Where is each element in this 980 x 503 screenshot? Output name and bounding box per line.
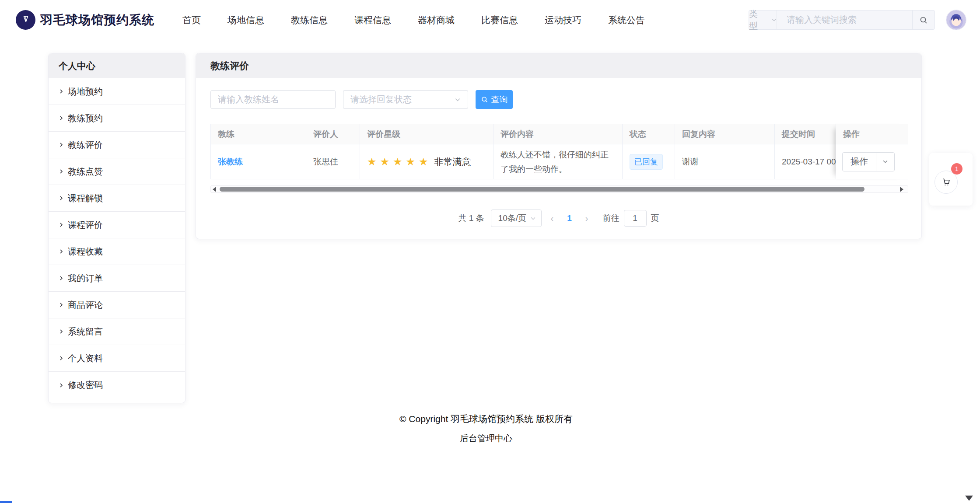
search-icon	[481, 96, 488, 103]
prev-page-button[interactable]: ‹	[548, 213, 556, 224]
reply-status-select[interactable]: 请选择回复状态	[343, 90, 468, 109]
sidebar-item-label: 教练评价	[68, 139, 103, 151]
reply-status-placeholder: 请选择回复状态	[350, 94, 412, 105]
goto-page-input[interactable]	[624, 210, 647, 227]
page-size-label: 10条/页	[498, 213, 526, 224]
shuttlecock-logo-icon	[16, 10, 35, 30]
page-unit-label: 页	[651, 213, 659, 224]
coach-name-input[interactable]	[210, 90, 336, 109]
sidebar-item-coach-likes[interactable]: 教练点赞	[49, 158, 185, 185]
chevron-right-icon	[59, 329, 64, 334]
sidebar-item-label: 教练点赞	[68, 166, 103, 178]
chevron-right-icon	[59, 142, 64, 147]
sidebar-item-change-password[interactable]: 修改密码	[49, 372, 185, 398]
chevron-down-icon	[530, 216, 536, 221]
goto-label: 前往	[603, 213, 620, 224]
copyright-text: © Copyright 羽毛球场馆预约系统 版权所有	[0, 413, 972, 425]
nav-item-course-info[interactable]: 课程信息	[354, 14, 391, 26]
total-count: 共 1 条	[458, 213, 484, 224]
navbar: 羽毛球场馆预约系统 首页 场地信息 教练信息 课程信息 器材商城 比赛信息 运动…	[0, 0, 980, 40]
nav-item-system-announcements[interactable]: 系统公告	[608, 14, 645, 26]
sidebar-item-coach-review[interactable]: 教练评价	[49, 132, 185, 158]
col-coach: 教练	[211, 124, 306, 144]
nav-item-venue-info[interactable]: 场地信息	[228, 14, 264, 26]
sidebar-item-label: 系统留言	[68, 326, 103, 338]
goto-page: 前往 页	[603, 210, 659, 227]
sidebar-title: 个人中心	[49, 53, 185, 78]
query-button[interactable]: 查询	[476, 90, 513, 109]
sidebar-item-course-favorites[interactable]: 课程收藏	[49, 238, 185, 265]
status-badge: 已回复	[630, 154, 663, 170]
query-button-label: 查询	[491, 94, 508, 105]
reviewer-cell: 张思佳	[306, 144, 360, 179]
col-reviewer: 评价人	[306, 124, 360, 144]
chevron-right-icon	[59, 115, 64, 121]
sidebar-item-label: 教练预约	[68, 112, 103, 124]
scrollbar-thumb[interactable]	[220, 187, 864, 192]
col-rating: 评价星级	[360, 124, 494, 144]
user-avatar[interactable]	[946, 10, 966, 30]
coach-link[interactable]: 张教练	[218, 156, 243, 168]
filter-bar: 请选择回复状态 查询	[210, 90, 907, 109]
col-action: 操作	[836, 124, 908, 144]
scroll-left-arrow[interactable]	[213, 187, 216, 192]
page-title: 教练评价	[196, 53, 921, 78]
chevron-right-icon	[59, 249, 64, 254]
rating-text: 非常满意	[434, 156, 471, 168]
nav-item-sports-tips[interactable]: 运动技巧	[545, 14, 581, 26]
navbar-right: 类型	[749, 10, 966, 30]
sidebar-item-label: 我的订单	[68, 272, 103, 284]
action-dropdown-button[interactable]: 操作	[842, 152, 895, 171]
next-page-button[interactable]: ›	[583, 213, 591, 224]
table-horizontal-scrollbar	[210, 185, 908, 193]
review-content-cell: 教练人还不错，很仔细的纠正了我的一些动作。	[494, 144, 623, 179]
chevron-right-icon	[59, 222, 64, 227]
sidebar-item-label: 场地预约	[68, 86, 103, 98]
sidebar-item-label: 修改密码	[68, 379, 103, 391]
sidebar-item-system-messages[interactable]: 系统留言	[49, 318, 185, 345]
review-table: 教练 评价人 评价星级 评价内容 状态 回复内容 提交时间 张教练 张思佳 ★★…	[210, 124, 908, 193]
current-page[interactable]: 1	[563, 213, 576, 223]
sidebar-item-label: 个人资料	[68, 353, 103, 364]
app-title: 羽毛球场馆预约系统	[40, 12, 154, 28]
sidebar-item-profile[interactable]: 个人资料	[49, 345, 185, 372]
page-size-select[interactable]: 10条/页	[491, 210, 542, 227]
chevron-down-icon	[455, 97, 461, 103]
main-nav: 首页 场地信息 教练信息 课程信息 器材商城 比赛信息 运动技巧 系统公告	[182, 14, 645, 26]
sidebar-item-label: 课程收藏	[68, 246, 103, 258]
sidebar-item-venue-booking[interactable]: 场地预约	[49, 78, 185, 105]
reply-cell: 谢谢	[675, 144, 775, 179]
sidebar-item-course-review[interactable]: 课程评价	[49, 212, 185, 238]
scroll-right-arrow[interactable]	[900, 187, 903, 192]
nav-item-home[interactable]: 首页	[182, 14, 201, 26]
chevron-right-icon	[59, 356, 64, 361]
sidebar-item-course-unlock[interactable]: 课程解锁	[49, 185, 185, 212]
search-type-select[interactable]: 类型	[749, 10, 777, 29]
nav-item-coach-info[interactable]: 教练信息	[291, 14, 328, 26]
chevron-right-icon	[59, 196, 64, 201]
scroll-down-indicator[interactable]	[965, 496, 973, 501]
page-scrollbar-thumb[interactable]	[0, 501, 12, 503]
sidebar-item-label: 商品评论	[68, 299, 103, 311]
sidebar-item-my-orders[interactable]: 我的订单	[49, 265, 185, 292]
cart-icon	[941, 177, 952, 188]
table-header-row: 教练 评价人 评价星级 评价内容 状态 回复内容 提交时间	[211, 124, 908, 144]
coach-review-panel: 教练评价 请选择回复状态 查询 教练 评价人 评价星级 评价内容	[196, 53, 922, 239]
nav-item-equipment-mall[interactable]: 器材商城	[418, 14, 455, 26]
chevron-right-icon	[59, 89, 64, 94]
chevron-down-icon[interactable]	[876, 153, 894, 171]
sidebar-item-product-comments[interactable]: 商品评论	[49, 292, 185, 318]
nav-item-match-info[interactable]: 比赛信息	[481, 14, 518, 26]
keyword-search-input[interactable]	[777, 10, 912, 29]
action-button-label: 操作	[843, 153, 876, 171]
search-button[interactable]	[913, 10, 934, 29]
search-icon	[919, 16, 928, 24]
rating-cell: ★★★★★ 非常满意	[360, 144, 494, 179]
cart-count-badge: 1	[951, 163, 962, 175]
sidebar: 个人中心 场地预约 教练预约 教练评价 教练点赞 课程解锁 课程评价 课程收藏 …	[48, 53, 186, 403]
sidebar-item-label: 课程解锁	[68, 192, 103, 204]
admin-center-link[interactable]: 后台管理中心	[0, 433, 972, 444]
chevron-right-icon	[59, 383, 64, 388]
sidebar-item-coach-booking[interactable]: 教练预约	[49, 105, 185, 132]
search-type-label: 类型	[749, 8, 766, 32]
